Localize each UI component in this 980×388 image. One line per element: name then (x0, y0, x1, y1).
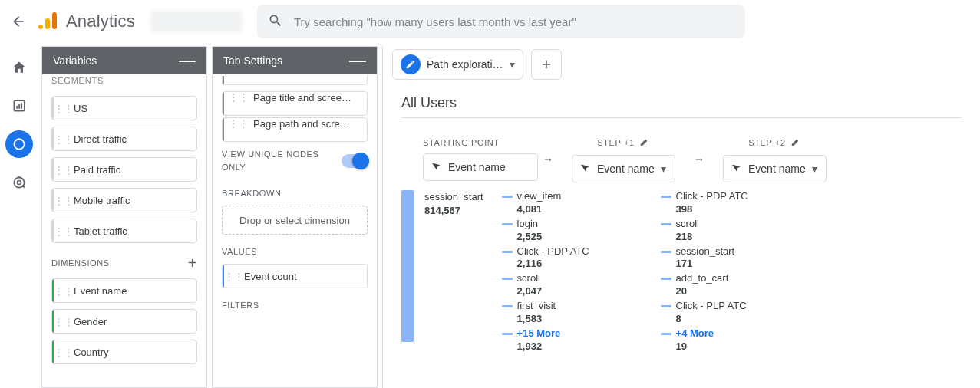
tab-title: Path explorati… (427, 58, 503, 71)
account-selector[interactable] (150, 11, 243, 32)
value-chip-label: Event count (244, 271, 297, 282)
edit-step1-button[interactable] (639, 136, 650, 149)
step2-node-select[interactable]: Event name ▾ (723, 155, 827, 182)
chevron-down-icon[interactable]: ▾ (510, 58, 515, 71)
start-node-value: 814,567 (424, 204, 483, 218)
nav-advertising-icon[interactable] (5, 169, 33, 196)
starting-point-label: STARTING POINT (423, 138, 500, 147)
step2-select-label: Event name (748, 163, 806, 175)
unique-nodes-toggle[interactable] (342, 154, 368, 168)
segment-chip-label: Direct traffic (74, 133, 127, 145)
breakdown-placeholder: Drop or select dimension (239, 215, 350, 226)
dimension-chip[interactable]: ⋮⋮Event name (51, 278, 197, 303)
path-node[interactable]: Click - PLP ATC8 (661, 300, 780, 326)
cursor-icon (580, 163, 591, 176)
node-type-chip[interactable]: ⋮⋮Page path and scre… (222, 117, 368, 142)
path-node[interactable]: Click - PDP ATC398 (661, 190, 780, 216)
breakdown-label: BREAKDOWN (222, 189, 282, 198)
dimension-chip-label: Country (74, 347, 109, 358)
node-chip-cut[interactable] (222, 76, 368, 85)
path-node[interactable]: first_visit1,583 (502, 300, 621, 326)
svg-rect-2 (18, 104, 20, 109)
analytics-logo-icon (38, 12, 58, 31)
value-chip[interactable]: ⋮⋮Event count (222, 264, 368, 288)
dimension-chip[interactable]: ⋮⋮Country (51, 340, 197, 364)
step1-label: STEP +1 (597, 138, 634, 147)
search-icon (268, 13, 283, 31)
path-node[interactable]: scroll2,047 (502, 272, 621, 298)
dimension-chip-label: Gender (74, 316, 107, 327)
segment-chip-label: Tablet traffic (74, 225, 127, 237)
segment-chip[interactable]: ⋮⋮Direct traffic (51, 127, 197, 151)
segment-chip-label: Mobile traffic (74, 195, 130, 206)
exploration-tab[interactable]: Path explorati… ▾ (392, 49, 523, 80)
values-label: VALUES (222, 247, 257, 256)
segment-chip[interactable]: ⋮⋮Paid traffic (51, 157, 197, 182)
nav-home-icon[interactable] (5, 54, 33, 81)
nav-reports-icon[interactable] (5, 92, 33, 120)
start-flow-bar[interactable] (401, 190, 414, 342)
nav-explore-icon[interactable] (5, 130, 33, 158)
segment-chip[interactable]: ⋮⋮Tablet traffic (51, 219, 197, 243)
back-button[interactable] (6, 9, 31, 34)
arrow-right-icon: → (694, 153, 704, 166)
cursor-icon (431, 161, 442, 174)
search-input[interactable] (294, 15, 734, 28)
segment-chip-label: US (74, 103, 87, 114)
cursor-icon (731, 163, 742, 176)
svg-rect-3 (21, 103, 22, 109)
variables-panel-title: Variables (53, 54, 97, 67)
svg-rect-1 (16, 106, 18, 109)
step1-select-label: Event name (597, 163, 655, 175)
path-node-more[interactable]: +4 More19 (661, 327, 780, 353)
unique-nodes-label: VIEW UNIQUE NODES ONLY (222, 148, 322, 173)
segments-label: SEGMENTS (51, 74, 197, 88)
node-chip-label: Page path and scre… (253, 118, 350, 130)
step2-label: STEP +2 (748, 138, 785, 147)
edit-step2-button[interactable] (790, 136, 801, 149)
breakdown-dropzone[interactable]: Drop or select dimension (222, 206, 368, 235)
chevron-down-icon: ▾ (812, 163, 817, 175)
path-node[interactable]: add_to_cart20 (661, 272, 780, 298)
start-select-label: Event name (448, 161, 506, 173)
path-node[interactable]: Click - PDP ATC2,116 (502, 245, 621, 271)
add-tab-button[interactable] (531, 49, 562, 80)
dimension-chip[interactable]: ⋮⋮Gender (51, 309, 197, 334)
start-node-name: session_start (424, 190, 483, 204)
chevron-down-icon: ▾ (661, 163, 666, 175)
analytics-logo: Analytics (38, 12, 135, 31)
start-node[interactable]: session_start 814,567 (424, 190, 483, 355)
path-node-more[interactable]: +15 More1,932 (502, 327, 621, 353)
node-chip-label: Page title and scree… (253, 92, 351, 104)
svg-point-6 (18, 181, 21, 185)
search-box[interactable] (257, 5, 745, 38)
edit-icon (401, 54, 421, 74)
segment-chip[interactable]: ⋮⋮US (51, 96, 197, 120)
segment-chip[interactable]: ⋮⋮Mobile traffic (51, 188, 197, 212)
product-name: Analytics (66, 12, 135, 31)
path-node[interactable]: session_start171 (661, 245, 780, 271)
dimension-chip-label: Event name (74, 285, 127, 297)
dimensions-label: DIMENSIONS (51, 258, 110, 268)
arrow-right-icon: → (543, 153, 553, 166)
tab-settings-panel-title: Tab Settings (223, 54, 282, 67)
segment-chip-label: Paid traffic (74, 164, 120, 176)
path-node[interactable]: view_item4,081 (502, 190, 621, 216)
add-dimension-button[interactable]: + (188, 255, 197, 271)
start-node-select[interactable]: Event name (423, 153, 538, 181)
filters-label: FILTERS (222, 301, 259, 310)
canvas-title: All Users (401, 95, 962, 118)
node-type-chip[interactable]: ⋮⋮Page title and scree… (222, 91, 368, 116)
path-node[interactable]: scroll218 (661, 218, 780, 244)
step1-node-select[interactable]: Event name ▾ (572, 155, 675, 182)
path-node[interactable]: login2,525 (502, 218, 621, 244)
